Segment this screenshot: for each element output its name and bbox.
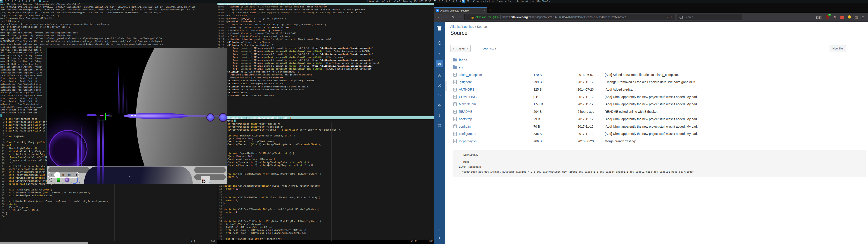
- breadcrumb-repo[interactable]: Lephisto: [462, 25, 474, 28]
- url-bar[interactable]: ⓘ 🔒 Atlassian, Inc. (US) https://bitbuck…: [464, 14, 675, 20]
- breadcrumb-owner[interactable]: Allanis: [450, 25, 460, 28]
- tab-close-icon[interactable]: ×: [483, 9, 487, 12]
- dwm-tag-5[interactable]: 5: [448, 0, 452, 3]
- table-row[interactable]: Makefile.am 1.5 KB 2017-11-12 [Add] Uhm,…: [450, 100, 849, 108]
- file-name-link[interactable]: icons: [459, 58, 533, 62]
- sidebar-create-icon[interactable]: +: [436, 50, 443, 57]
- ev-cert-name[interactable]: Atlassian, Inc. (US): [475, 16, 499, 19]
- file-commit-message[interactable]: [Add] Added a few more libraries to .cla…: [604, 73, 849, 77]
- dwm-tag-6[interactable]: 6: [18, 0, 21, 3]
- file-commit-message[interactable]: [Change] Removed all the old Lephisto da…: [604, 80, 849, 84]
- file-name-link[interactable]: Makefile.am: [459, 102, 533, 106]
- sidebar-source-icon[interactable]: </>: [436, 60, 443, 67]
- irc-chat-window[interactable]: 21:00 -!- Allanis [allanis@80-42-229-63.…: [217, 5, 434, 116]
- irc-input-line[interactable]: [#SaraCraft]: [217, 119, 434, 122]
- hud-tool-button-4[interactable]: 4: [72, 177, 80, 183]
- dwm-tag-7[interactable]: 7: [21, 0, 24, 3]
- vim-collision-source[interactable]: 1class="pp">#include class="inc"><malloc…: [217, 122, 434, 240]
- dwm-tag-4[interactable]: 4: [444, 0, 448, 3]
- file-name-link[interactable]: bootstrap: [459, 117, 533, 121]
- dwm-tag-6[interactable]: 6: [452, 0, 455, 3]
- hud-tool-button-7[interactable]: ↻ 7: [201, 176, 210, 184]
- dwm-tag-3[interactable]: 3: [7, 0, 10, 3]
- sidebars-icon[interactable]: ◫: [855, 16, 858, 19]
- dwm-tags-right[interactable]: 123456789: [434, 0, 465, 3]
- time-control-button[interactable]: ▶▮: [72, 172, 79, 177]
- table-row[interactable]: .gitignore 299 B 2017-11-12 [Change] Rem…: [450, 79, 849, 86]
- sidebar-help-icon[interactable]: ?: [436, 225, 443, 232]
- file-name-link[interactable]: locperday.sh: [459, 140, 533, 143]
- file-name-link[interactable]: configure.ac: [459, 132, 533, 135]
- table-row[interactable]: .clang_complete 170 B 2013-06-07 [Add] A…: [450, 71, 849, 79]
- sidebar-commits-icon[interactable]: ◷: [436, 72, 443, 79]
- firefox-active-tab[interactable]: Allanis / Lephisto / source ×: [434, 7, 487, 13]
- table-row[interactable]: icons: [450, 56, 849, 64]
- file-commit-message[interactable]: [Add] Added credits.: [604, 88, 849, 91]
- dwm-layout-left[interactable]: []=: [31, 0, 38, 3]
- page-info-icon[interactable]: ⓘ: [467, 16, 469, 19]
- table-row[interactable]: README 204 B 2 hours ago README edited o…: [450, 108, 849, 116]
- table-row[interactable]: config.ini 70 B 2017-11-12 [Add] Uhm, ap…: [450, 123, 849, 130]
- table-row[interactable]: bootstrap 29 B 2017-11-12 [Add] Uhm, app…: [450, 116, 849, 123]
- library-icon[interactable]: ◧◧: [816, 16, 822, 19]
- search-bar[interactable]: + Search: [677, 14, 742, 20]
- sidebar-pipelines-icon[interactable]: ⚙: [436, 102, 443, 109]
- hud-tool-button-1[interactable]: 1: [48, 177, 55, 183]
- time-control-button[interactable]: ▶▶▶: [66, 172, 72, 177]
- file-name-link[interactable]: src: [459, 65, 533, 69]
- extension-red-icon[interactable]: /: [840, 16, 844, 19]
- dwm-tag-3[interactable]: 3: [441, 0, 444, 3]
- branch-selector-button[interactable]: ⑂ master: [450, 45, 471, 52]
- url-text[interactable]: https://bitbucket.org/Allanis/lephisto/s…: [502, 16, 626, 19]
- dwm-tag-5[interactable]: 5: [14, 0, 18, 3]
- file-name-link[interactable]: AUTHORS: [459, 88, 533, 91]
- back-button[interactable]: ←: [436, 15, 442, 19]
- sidebar-pull-requests-icon[interactable]: ⇆: [436, 92, 443, 99]
- dwm-tag-4[interactable]: 4: [10, 0, 14, 3]
- time-control-button[interactable]: ▶▶: [60, 172, 66, 177]
- dwm-tag-2[interactable]: 2: [3, 0, 7, 3]
- dwm-tag-9[interactable]: 9: [462, 0, 465, 3]
- file-name-link[interactable]: README: [459, 110, 533, 114]
- bookmark-star-icon[interactable]: ☆: [670, 16, 673, 19]
- file-commit-message[interactable]: Merge branch 'testing': [604, 140, 849, 143]
- file-commit-message[interactable]: [Add] Uhm, apparently the new project st…: [604, 117, 849, 121]
- file-commit-message[interactable]: [Add] Uhm, apparently the new project st…: [604, 132, 849, 135]
- sidebar-branches-icon[interactable]: ⎇: [436, 82, 443, 89]
- dwm-tag-8[interactable]: 8: [24, 0, 28, 3]
- dwm-tags-left[interactable]: 123456789: [0, 0, 31, 3]
- hud-tool-button-2[interactable]: 2: [56, 177, 63, 183]
- file-commit-message[interactable]: README edited online with Bitbucket: [604, 110, 849, 114]
- table-row[interactable]: locperday.sh 266 B 2013-06-23 Merge bran…: [450, 138, 849, 145]
- table-row[interactable]: COMPILING 0 B 2017-11-12 [Add] Uhm, appa…: [450, 93, 849, 100]
- forward-button[interactable]: →: [442, 15, 450, 19]
- file-name-link[interactable]: config.ini: [459, 125, 533, 128]
- sidebar-downloads-icon[interactable]: ⤓: [436, 112, 443, 119]
- dwm-tag-2[interactable]: 2: [437, 0, 441, 3]
- file-commit-message[interactable]: [Add] Uhm, apparently the new project st…: [604, 125, 849, 128]
- noscript-icon[interactable]: N: [833, 16, 836, 19]
- table-row[interactable]: AUTHORS 325 B 2014-07-23 [Add] Added cre…: [450, 86, 849, 93]
- new-tab-button[interactable]: +: [489, 8, 491, 12]
- extension-badge-icon[interactable]: 31: [826, 16, 829, 19]
- time-control-button[interactable]: ▶: [54, 172, 60, 177]
- reload-button[interactable]: ↻: [450, 16, 456, 19]
- dwm-tag-1[interactable]: 1: [0, 0, 3, 3]
- home-button[interactable]: ⌂: [456, 16, 463, 19]
- menu-icon[interactable]: ☰: [862, 16, 864, 19]
- file-name-link[interactable]: .gitignore: [459, 80, 533, 84]
- table-row[interactable]: configure.ac 836 B 2017-11-12 [Add] Uhm,…: [450, 130, 849, 138]
- sidebar-handle[interactable]: [445, 81, 447, 91]
- dwm-tag-8[interactable]: 8: [458, 0, 462, 3]
- sidebar-profile-avatar[interactable]: ●: [436, 234, 443, 241]
- dwm-tag-9[interactable]: 9: [28, 0, 31, 3]
- lightbulb-icon[interactable]: [848, 16, 851, 19]
- shield-icon[interactable]: ▾: [666, 16, 668, 19]
- page-actions-icon[interactable]: …: [661, 16, 664, 19]
- file-name-link[interactable]: .clang_complete: [459, 73, 533, 77]
- dwm-tag-7[interactable]: 7: [455, 0, 458, 3]
- file-commit-message[interactable]: [Add] Uhm, apparently the new project st…: [604, 95, 849, 99]
- file-commit-message[interactable]: [Add] Uhm, apparently the new project st…: [604, 102, 849, 106]
- time-control-button[interactable]: ▮▮: [48, 172, 54, 177]
- path-repo-link[interactable]: Lephisto: [483, 47, 494, 50]
